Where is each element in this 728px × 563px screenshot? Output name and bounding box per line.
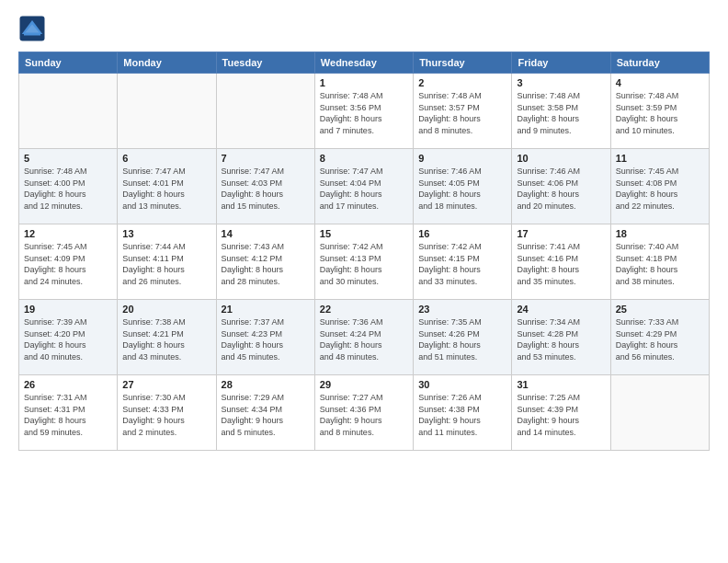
calendar-cell: 24Sunrise: 7:34 AM Sunset: 4:28 PM Dayli… — [512, 300, 610, 375]
day-number: 11 — [616, 153, 704, 164]
day-info: Sunrise: 7:26 AM Sunset: 4:38 PM Dayligh… — [418, 392, 506, 438]
day-number: 17 — [517, 228, 605, 239]
day-number: 20 — [122, 304, 210, 315]
day-number: 22 — [320, 304, 408, 315]
week-row-5: 26Sunrise: 7:31 AM Sunset: 4:31 PM Dayli… — [19, 375, 710, 451]
day-info: Sunrise: 7:47 AM Sunset: 4:01 PM Dayligh… — [122, 166, 210, 212]
day-info: Sunrise: 7:44 AM Sunset: 4:11 PM Dayligh… — [122, 241, 210, 287]
day-number: 21 — [222, 304, 310, 315]
day-number: 9 — [418, 153, 506, 164]
day-number: 2 — [418, 77, 506, 88]
logo-icon — [18, 15, 46, 42]
calendar-cell: 19Sunrise: 7:39 AM Sunset: 4:20 PM Dayli… — [19, 300, 118, 375]
day-number: 7 — [222, 153, 310, 164]
calendar-cell: 5Sunrise: 7:48 AM Sunset: 4:00 PM Daylig… — [19, 149, 118, 224]
svg-rect-3 — [24, 33, 40, 36]
day-number: 12 — [24, 228, 112, 239]
weekday-header-wednesday: Wednesday — [314, 52, 413, 74]
calendar-cell: 1Sunrise: 7:48 AM Sunset: 3:56 PM Daylig… — [314, 74, 413, 149]
day-number: 13 — [122, 228, 210, 239]
day-info: Sunrise: 7:25 AM Sunset: 4:39 PM Dayligh… — [517, 392, 605, 438]
day-number: 1 — [320, 77, 408, 88]
calendar-cell: 6Sunrise: 7:47 AM Sunset: 4:01 PM Daylig… — [118, 149, 216, 224]
weekday-header-tuesday: Tuesday — [216, 52, 314, 74]
calendar-cell: 15Sunrise: 7:42 AM Sunset: 4:13 PM Dayli… — [314, 224, 413, 300]
day-info: Sunrise: 7:47 AM Sunset: 4:04 PM Dayligh… — [320, 166, 408, 212]
day-info: Sunrise: 7:29 AM Sunset: 4:34 PM Dayligh… — [222, 392, 310, 438]
calendar-cell: 30Sunrise: 7:26 AM Sunset: 4:38 PM Dayli… — [414, 375, 512, 451]
weekday-header-sunday: Sunday — [19, 52, 118, 74]
calendar-cell: 7Sunrise: 7:47 AM Sunset: 4:03 PM Daylig… — [216, 149, 314, 224]
header — [18, 15, 710, 42]
week-row-4: 19Sunrise: 7:39 AM Sunset: 4:20 PM Dayli… — [19, 300, 710, 375]
calendar-cell: 26Sunrise: 7:31 AM Sunset: 4:31 PM Dayli… — [19, 375, 118, 451]
calendar-cell: 21Sunrise: 7:37 AM Sunset: 4:23 PM Dayli… — [216, 300, 314, 375]
day-info: Sunrise: 7:27 AM Sunset: 4:36 PM Dayligh… — [320, 392, 408, 438]
calendar-cell: 4Sunrise: 7:48 AM Sunset: 3:59 PM Daylig… — [610, 74, 709, 149]
day-info: Sunrise: 7:45 AM Sunset: 4:08 PM Dayligh… — [616, 166, 704, 212]
calendar-cell: 25Sunrise: 7:33 AM Sunset: 4:29 PM Dayli… — [610, 300, 709, 375]
day-number: 23 — [418, 304, 506, 315]
day-info: Sunrise: 7:45 AM Sunset: 4:09 PM Dayligh… — [24, 241, 112, 287]
day-number: 29 — [320, 379, 408, 390]
calendar-cell: 16Sunrise: 7:42 AM Sunset: 4:15 PM Dayli… — [414, 224, 512, 300]
calendar-cell — [610, 375, 709, 451]
calendar-cell: 13Sunrise: 7:44 AM Sunset: 4:11 PM Dayli… — [118, 224, 216, 300]
day-number: 5 — [24, 153, 112, 164]
day-info: Sunrise: 7:48 AM Sunset: 3:57 PM Dayligh… — [418, 90, 506, 136]
calendar-cell: 27Sunrise: 7:30 AM Sunset: 4:33 PM Dayli… — [118, 375, 216, 451]
day-number: 31 — [517, 379, 605, 390]
calendar-cell: 20Sunrise: 7:38 AM Sunset: 4:21 PM Dayli… — [118, 300, 216, 375]
weekday-header-row: SundayMondayTuesdayWednesdayThursdayFrid… — [19, 52, 710, 74]
calendar-cell: 2Sunrise: 7:48 AM Sunset: 3:57 PM Daylig… — [414, 74, 512, 149]
day-number: 18 — [616, 228, 704, 239]
day-info: Sunrise: 7:40 AM Sunset: 4:18 PM Dayligh… — [616, 241, 704, 287]
calendar-cell: 8Sunrise: 7:47 AM Sunset: 4:04 PM Daylig… — [314, 149, 413, 224]
day-number: 26 — [24, 379, 112, 390]
day-info: Sunrise: 7:48 AM Sunset: 3:59 PM Dayligh… — [616, 90, 704, 136]
weekday-header-saturday: Saturday — [610, 52, 709, 74]
day-info: Sunrise: 7:46 AM Sunset: 4:05 PM Dayligh… — [418, 166, 506, 212]
logo — [18, 15, 50, 42]
calendar-cell — [118, 74, 216, 149]
day-number: 25 — [616, 304, 704, 315]
day-info: Sunrise: 7:42 AM Sunset: 4:15 PM Dayligh… — [418, 241, 506, 287]
day-number: 14 — [222, 228, 310, 239]
day-number: 24 — [517, 304, 605, 315]
calendar-cell — [19, 74, 118, 149]
calendar-cell: 17Sunrise: 7:41 AM Sunset: 4:16 PM Dayli… — [512, 224, 610, 300]
day-info: Sunrise: 7:47 AM Sunset: 4:03 PM Dayligh… — [222, 166, 310, 212]
day-info: Sunrise: 7:37 AM Sunset: 4:23 PM Dayligh… — [222, 316, 310, 362]
page: SundayMondayTuesdayWednesdayThursdayFrid… — [0, 0, 728, 563]
calendar-cell: 11Sunrise: 7:45 AM Sunset: 4:08 PM Dayli… — [610, 149, 709, 224]
week-row-3: 12Sunrise: 7:45 AM Sunset: 4:09 PM Dayli… — [19, 224, 710, 300]
day-info: Sunrise: 7:33 AM Sunset: 4:29 PM Dayligh… — [616, 316, 704, 362]
day-info: Sunrise: 7:31 AM Sunset: 4:31 PM Dayligh… — [24, 392, 112, 438]
day-info: Sunrise: 7:41 AM Sunset: 4:16 PM Dayligh… — [517, 241, 605, 287]
calendar-cell: 31Sunrise: 7:25 AM Sunset: 4:39 PM Dayli… — [512, 375, 610, 451]
calendar-cell: 23Sunrise: 7:35 AM Sunset: 4:26 PM Dayli… — [414, 300, 512, 375]
calendar-cell: 3Sunrise: 7:48 AM Sunset: 3:58 PM Daylig… — [512, 74, 610, 149]
day-number: 30 — [418, 379, 506, 390]
day-info: Sunrise: 7:43 AM Sunset: 4:12 PM Dayligh… — [222, 241, 310, 287]
day-info: Sunrise: 7:38 AM Sunset: 4:21 PM Dayligh… — [122, 316, 210, 362]
day-number: 28 — [222, 379, 310, 390]
day-number: 15 — [320, 228, 408, 239]
day-info: Sunrise: 7:39 AM Sunset: 4:20 PM Dayligh… — [24, 316, 112, 362]
day-number: 8 — [320, 153, 408, 164]
day-info: Sunrise: 7:48 AM Sunset: 4:00 PM Dayligh… — [24, 166, 112, 212]
day-info: Sunrise: 7:48 AM Sunset: 3:56 PM Dayligh… — [320, 90, 408, 136]
day-info: Sunrise: 7:42 AM Sunset: 4:13 PM Dayligh… — [320, 241, 408, 287]
calendar: SundayMondayTuesdayWednesdayThursdayFrid… — [18, 52, 710, 451]
weekday-header-monday: Monday — [118, 52, 216, 74]
calendar-cell: 10Sunrise: 7:46 AM Sunset: 4:06 PM Dayli… — [512, 149, 610, 224]
calendar-cell: 28Sunrise: 7:29 AM Sunset: 4:34 PM Dayli… — [216, 375, 314, 451]
day-info: Sunrise: 7:30 AM Sunset: 4:33 PM Dayligh… — [122, 392, 210, 438]
calendar-cell: 18Sunrise: 7:40 AM Sunset: 4:18 PM Dayli… — [610, 224, 709, 300]
day-number: 10 — [517, 153, 605, 164]
calendar-cell: 9Sunrise: 7:46 AM Sunset: 4:05 PM Daylig… — [414, 149, 512, 224]
day-info: Sunrise: 7:46 AM Sunset: 4:06 PM Dayligh… — [517, 166, 605, 212]
day-number: 6 — [122, 153, 210, 164]
day-info: Sunrise: 7:34 AM Sunset: 4:28 PM Dayligh… — [517, 316, 605, 362]
calendar-cell: 22Sunrise: 7:36 AM Sunset: 4:24 PM Dayli… — [314, 300, 413, 375]
